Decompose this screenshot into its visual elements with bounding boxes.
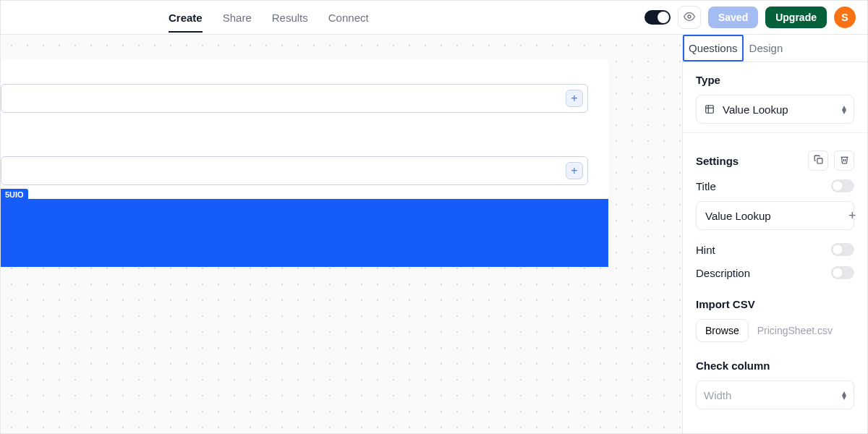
plus-icon: + [848, 208, 856, 224]
sidebar-tab-questions[interactable]: Questions [683, 35, 744, 61]
copy-icon [814, 155, 823, 166]
description-toggle[interactable] [831, 266, 854, 279]
preview-button[interactable] [678, 6, 701, 29]
svg-rect-1 [706, 106, 714, 114]
plus-icon: + [571, 92, 577, 105]
delete-button[interactable] [834, 150, 854, 171]
type-select[interactable]: Value Lookup ▴▾ [696, 95, 854, 124]
csv-filename: PricingSheet.csv [757, 325, 833, 336]
form-card: + + [1, 59, 608, 200]
nav-tab-results[interactable]: Results [272, 3, 308, 33]
title-input-wrap: + [696, 201, 854, 230]
hint-label: Hint [696, 244, 715, 256]
title-label: Title [696, 180, 716, 192]
check-column-value: Width [704, 389, 835, 401]
user-avatar[interactable]: S [834, 7, 856, 28]
add-field-button[interactable]: + [566, 162, 583, 179]
title-input[interactable] [705, 210, 843, 222]
app-root: Create Share Results Connect Saved Upgra… [0, 0, 868, 434]
title-row: Title [696, 179, 854, 192]
import-csv-row: Browse PricingSheet.csv [696, 319, 854, 342]
settings-section: Settings [683, 139, 867, 412]
nav-tab-create[interactable]: Create [169, 3, 203, 33]
nav-tab-connect[interactable]: Connect [328, 3, 369, 33]
nav-tabs: Create Share Results Connect [169, 3, 369, 33]
chevron-updown-icon: ▴▾ [842, 105, 846, 114]
form-field-1[interactable]: + [1, 84, 588, 113]
duplicate-button[interactable] [808, 150, 828, 171]
eye-icon [684, 11, 695, 25]
sidebar-tabs: Questions Design [683, 35, 867, 62]
header-right: Saved Upgrade S [644, 6, 856, 29]
svg-point-0 [688, 15, 691, 18]
app-header: Create Share Results Connect Saved Upgra… [1, 1, 867, 35]
plus-icon: + [571, 164, 577, 177]
chevron-updown-icon: ▴▾ [842, 391, 846, 399]
publish-toggle[interactable] [644, 10, 671, 25]
title-toggle[interactable] [831, 179, 854, 192]
saved-button[interactable]: Saved [708, 7, 758, 28]
description-label: Description [696, 267, 750, 279]
hint-row: Hint [696, 243, 854, 256]
check-column-label: Check column [696, 359, 854, 372]
import-csv-label: Import CSV [696, 298, 854, 310]
form-field-2[interactable]: + [1, 156, 588, 185]
title-add-button[interactable]: + [848, 208, 856, 223]
table-icon [704, 103, 715, 115]
upgrade-button[interactable]: Upgrade [765, 7, 827, 28]
type-section: Type Value Lookup ▴▾ [683, 62, 867, 127]
hint-toggle[interactable] [831, 243, 854, 256]
nav-tab-share[interactable]: Share [223, 3, 252, 33]
selected-block[interactable] [1, 199, 608, 267]
trash-icon [840, 155, 849, 166]
settings-label: Settings [696, 155, 739, 167]
app-body: + + 5UIO Questions Design Type [1, 35, 867, 433]
type-select-value: Value Lookup [723, 103, 835, 116]
browse-button[interactable]: Browse [696, 319, 749, 342]
check-column-select[interactable]: Width ▴▾ [696, 380, 854, 409]
divider [683, 132, 867, 133]
type-label: Type [696, 74, 854, 86]
description-row: Description [696, 266, 854, 279]
svg-rect-4 [817, 158, 822, 163]
form-canvas[interactable]: + + 5UIO [1, 35, 682, 433]
sidebar-tab-design[interactable]: Design [744, 35, 789, 61]
add-field-button[interactable]: + [566, 90, 583, 107]
right-sidebar: Questions Design Type Value Lookup ▴▾ Se… [682, 35, 867, 433]
